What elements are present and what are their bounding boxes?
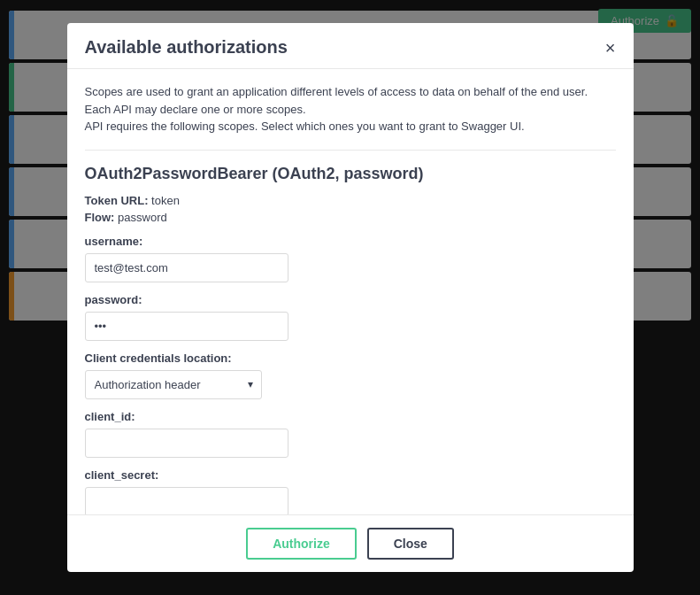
scopes-line3: API requires the following scopes. Selec…	[85, 118, 616, 135]
client-secret-input[interactable]	[85, 487, 288, 515]
password-input[interactable]	[85, 312, 288, 341]
client-secret-label: client_secret:	[85, 468, 616, 482]
token-url-value: token	[151, 194, 180, 207]
divider	[85, 150, 616, 151]
token-url-label: Token URL:	[85, 194, 149, 207]
authorize-button[interactable]: Authorize	[246, 528, 357, 560]
token-url-info: Token URL: token	[85, 194, 616, 207]
modal-footer: Authorize Close	[67, 514, 634, 572]
client-credentials-select-wrapper: Authorization header Request body ▾	[85, 370, 262, 399]
modal-dialog: Available authorizations × Scopes are us…	[67, 23, 634, 572]
username-input[interactable]	[85, 253, 288, 282]
client-credentials-select[interactable]: Authorization header Request body	[85, 370, 262, 399]
oauth-section-title: OAuth2PasswordBearer (OAuth2, password)	[85, 165, 616, 183]
modal-close-button[interactable]: ×	[605, 39, 616, 57]
password-label: password:	[85, 293, 616, 306]
modal-overlay: Available authorizations × Scopes are us…	[0, 0, 700, 595]
flow-value: password	[118, 211, 167, 224]
close-button[interactable]: Close	[367, 528, 454, 560]
username-label: username:	[85, 235, 616, 248]
scopes-notice: Scopes are used to grant an application …	[85, 83, 616, 135]
modal-title: Available authorizations	[85, 37, 288, 58]
flow-label: Flow:	[85, 211, 115, 224]
client-id-label: client_id:	[85, 410, 616, 423]
flow-info: Flow: password	[85, 211, 616, 224]
modal-body: Scopes are used to grant an application …	[67, 69, 634, 514]
client-id-input[interactable]	[85, 429, 288, 458]
scopes-line1: Scopes are used to grant an application …	[85, 83, 616, 101]
client-credentials-label: Client credentials location:	[85, 352, 616, 365]
modal-header: Available authorizations ×	[67, 23, 634, 69]
scopes-line2: Each API may declare one or more scopes.	[85, 101, 616, 119]
